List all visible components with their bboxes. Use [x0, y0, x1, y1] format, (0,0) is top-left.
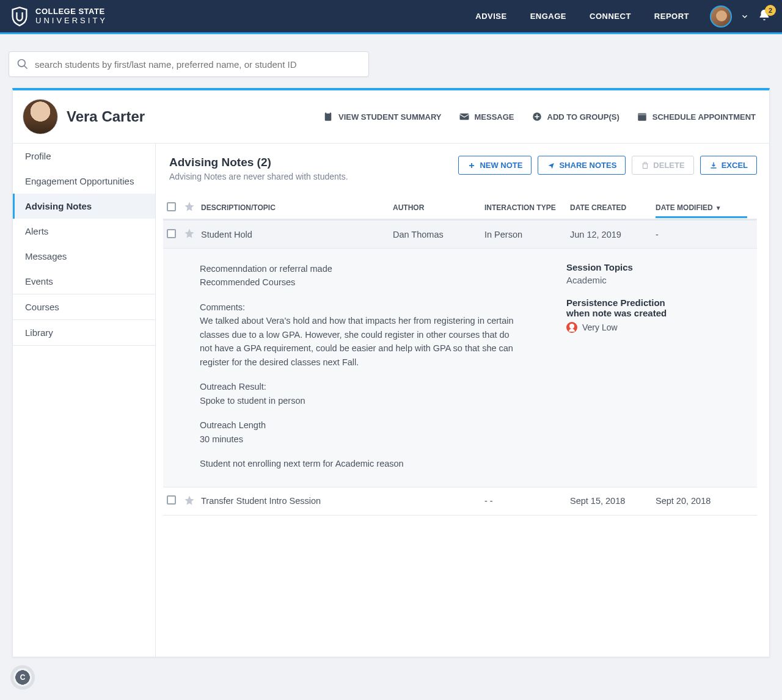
sidebar-item-messages[interactable]: Messages: [13, 244, 155, 269]
brand-logo: COLLEGE STATE UNIVERSITY: [11, 7, 108, 26]
student-name: Vera Carter: [67, 108, 145, 125]
notification-badge: 2: [765, 5, 776, 16]
new-note-label: NEW NOTE: [480, 161, 522, 170]
row-checkbox[interactable]: [167, 495, 176, 505]
download-icon: [709, 161, 718, 170]
new-note-button[interactable]: NEW NOTE: [458, 156, 532, 175]
schedule-label: SCHEDULE APPOINTMENT: [652, 112, 756, 122]
delete-label: DELETE: [653, 161, 684, 170]
message-label: MESSAGE: [475, 112, 514, 122]
search-row: [0, 34, 782, 88]
star-icon[interactable]: [184, 495, 195, 506]
cell-author: Dan Thomas: [393, 230, 484, 239]
plus-icon: [467, 161, 476, 170]
session-topics-value: Academic: [566, 275, 750, 285]
excel-button[interactable]: EXCEL: [700, 156, 757, 175]
col-modified-label: DATE MODIFIED: [656, 203, 713, 212]
note-line: Outreach Length: [200, 418, 517, 432]
note-line: 30 minutes: [200, 432, 517, 446]
notifications-button[interactable]: 2: [758, 9, 771, 24]
share-notes-label: SHARE NOTES: [559, 161, 616, 170]
svg-point-0: [18, 60, 26, 67]
sidebar-item-library[interactable]: Library: [13, 319, 155, 346]
sidebar-item-alerts[interactable]: Alerts: [13, 219, 155, 244]
select-all-checkbox[interactable]: [167, 202, 176, 211]
nav-advise[interactable]: ADVISE: [475, 12, 506, 21]
sidebar-item-advising-notes[interactable]: Advising Notes: [13, 194, 155, 219]
search-icon: [16, 58, 29, 70]
sidebar-item-engagement[interactable]: Engagement Opportunities: [13, 169, 155, 194]
mail-icon: [459, 111, 470, 122]
calendar-icon: [637, 111, 648, 122]
sidebar-item-events[interactable]: Events: [13, 269, 155, 294]
view-summary-button[interactable]: VIEW STUDENT SUMMARY: [323, 111, 442, 122]
clipboard-icon: [323, 111, 334, 122]
svg-rect-3: [326, 112, 330, 114]
student-avatar: [23, 99, 58, 134]
cell-description: Student Hold: [201, 230, 393, 239]
corner-badge[interactable]: C: [13, 668, 32, 687]
sidebar: Profile Engagement Opportunities Advisin…: [13, 144, 156, 657]
star-icon[interactable]: [184, 228, 195, 239]
sidebar-item-courses[interactable]: Courses: [13, 294, 155, 319]
note-expansion: Recomenndation or referral made Recommen…: [163, 249, 757, 487]
note-line: Comments:: [200, 301, 517, 314]
nav-items: ADVISE ENGAGE CONNECT REPORT: [475, 12, 689, 21]
search-input[interactable]: [35, 59, 361, 70]
col-interaction[interactable]: INTERACTION TYPE: [484, 203, 570, 212]
note-line: Recomenndation or referral made: [200, 262, 517, 275]
svg-rect-2: [325, 112, 332, 121]
svg-rect-4: [459, 114, 469, 120]
cell-modified: -: [656, 230, 753, 239]
col-author[interactable]: AUTHOR: [393, 203, 484, 212]
cell-modified: Sept 20, 2018: [656, 496, 753, 506]
share-notes-button[interactable]: SHARE NOTES: [538, 156, 626, 175]
row-checkbox[interactable]: [167, 229, 176, 238]
add-to-groups-button[interactable]: ADD TO GROUP(S): [532, 111, 619, 122]
panel-subtitle: Advising Notes are never shared with stu…: [169, 172, 348, 181]
top-nav: COLLEGE STATE UNIVERSITY ADVISE ENGAGE C…: [0, 0, 782, 34]
brand-line1: COLLEGE STATE: [35, 7, 108, 16]
table-row[interactable]: Student Hold Dan Thomas In Person Jun 12…: [163, 220, 757, 249]
note-line: We talked about Vera's hold and how that…: [200, 314, 517, 369]
note-line: Recommended Courses: [200, 275, 517, 289]
brand-line2: UNIVERSITY: [35, 16, 108, 25]
col-description[interactable]: DESCRIPTION/TOPIC: [201, 203, 393, 212]
schedule-appointment-button[interactable]: SCHEDULE APPOINTMENT: [637, 111, 756, 122]
note-line: Spoke to student in person: [200, 394, 517, 407]
cell-interaction: - -: [484, 496, 570, 506]
nav-connect[interactable]: CONNECT: [590, 12, 631, 21]
excel-label: EXCEL: [722, 161, 748, 170]
note-body: Recomenndation or referral made Recommen…: [200, 262, 517, 471]
star-header-icon[interactable]: [184, 201, 195, 212]
search-box[interactable]: [9, 51, 369, 77]
svg-rect-7: [638, 113, 646, 115]
table-row[interactable]: Transfer Student Intro Session - - Sept …: [163, 487, 757, 516]
nav-report[interactable]: REPORT: [654, 12, 689, 21]
card-header: Vera Carter VIEW STUDENT SUMMARY MESSAGE…: [13, 90, 769, 144]
note-line: Student not enrolling next term for Acad…: [200, 457, 517, 470]
cell-created: Sept 15, 2018: [570, 496, 656, 506]
notes-table: DESCRIPTION/TOPIC AUTHOR INTERACTION TYP…: [163, 196, 757, 516]
persistence-value: Very Low: [582, 323, 618, 332]
cell-interaction: In Person: [484, 230, 570, 239]
user-avatar[interactable]: [710, 5, 732, 27]
trash-icon: [641, 161, 649, 170]
cell-description: Transfer Student Intro Session: [201, 496, 393, 506]
cell-created: Jun 12, 2019: [570, 230, 656, 239]
nav-engage[interactable]: ENGAGE: [530, 12, 566, 21]
groups-label: ADD TO GROUP(S): [547, 112, 619, 122]
persistence-title-1: Persistence Prediction: [566, 297, 750, 308]
note-line: Outreach Result:: [200, 380, 517, 393]
col-modified[interactable]: DATE MODIFIED▼: [656, 203, 753, 212]
message-button[interactable]: MESSAGE: [459, 111, 514, 122]
delete-button: DELETE: [632, 156, 693, 175]
brand-text: COLLEGE STATE UNIVERSITY: [35, 7, 108, 25]
sidebar-item-profile[interactable]: Profile: [13, 144, 155, 169]
sort-caret-icon: ▼: [715, 205, 722, 211]
risk-person-icon: [566, 322, 577, 333]
persistence-title-2: when note was created: [566, 308, 750, 318]
col-created[interactable]: DATE CREATED: [570, 203, 656, 212]
session-topics-title: Session Topics: [566, 262, 750, 272]
chevron-down-icon[interactable]: [740, 12, 749, 21]
